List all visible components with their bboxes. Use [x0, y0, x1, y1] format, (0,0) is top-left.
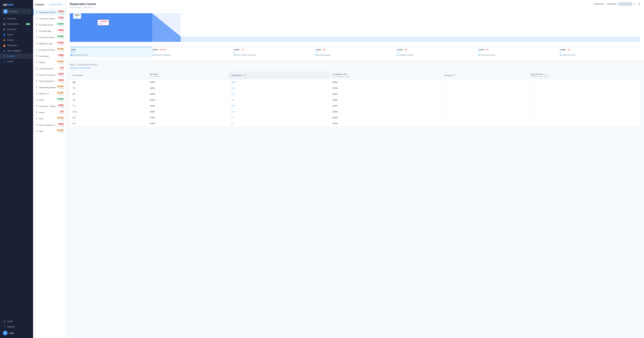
funnel-item-name: Registration funnel	[39, 11, 56, 14]
step-label-item[interactable]: 100% 224 ↗ Username entered	[70, 47, 151, 58]
funnel-item-steps: 5 steps	[58, 56, 64, 58]
funnel-item-pct: 21.04%	[57, 85, 64, 88]
step-count: 1 ↗	[478, 51, 558, 53]
home-icon: ⊙	[3, 17, 6, 20]
clone-icon: ⎘	[619, 3, 620, 5]
funnel-item-steps: 4 steps	[57, 44, 64, 46]
cell-completion-rate: 100%	[329, 115, 442, 121]
step1-tooltip: 100% 224	[73, 13, 81, 19]
sidebar-item-events[interactable]: ⚡ Events ▾	[0, 38, 33, 43]
funnel-list-item[interactable]: Conversion funnel 4.11% 7 steps	[33, 16, 66, 22]
funnel-list-item[interactable]: Havan 0% 3 steps	[33, 109, 66, 116]
sidebar-item-overview[interactable]: ⊙ Overview	[0, 16, 33, 21]
cell-completion: 6 ↗	[228, 121, 330, 126]
funnel-list-item[interactable]: Copy of Conversion f... 2.38% 7 steps	[33, 72, 66, 78]
step-name: Password entered	[397, 54, 476, 56]
sidebar-item-sessions[interactable]: ▶ Sessions ▾	[0, 27, 33, 32]
sidebar-item-heatmaps[interactable]: 🔥 Heatmaps	[0, 43, 33, 48]
svg-marker-9	[36, 68, 38, 70]
funnel-item-name: Purchase funnel	[39, 24, 53, 26]
group-by-selector[interactable]: OS version	[80, 67, 90, 69]
funnel-list-item[interactable]: will 5 22.22% 3 steps	[33, 116, 66, 122]
funnel-list-item[interactable]: User funne - Registra... 0.45% 7 steps	[33, 103, 66, 109]
cell-completion-rate: 100%	[329, 103, 442, 109]
funnel-list-item[interactable]: Checkout flow 4.69% 4 steps	[33, 28, 66, 34]
funnel-list-item[interactable]: Checkout conversion... 74.90% 4 steps	[33, 34, 66, 40]
edit-button[interactable]: ✎	[634, 2, 636, 5]
funnel-item-name: Conversion funnel	[39, 18, 55, 20]
step-label-item[interactable]: 0.45% ↓ 0% 1 ↗ Phone number registered	[233, 47, 314, 58]
funnel-item-pct: 4.11%	[58, 16, 64, 19]
step-delta: ↓ 99.55%	[159, 49, 166, 51]
col-header-dropoff[interactable]: Drop-off ▲▼	[442, 71, 528, 80]
step-name: Login successful	[560, 54, 639, 56]
create-funnel-button[interactable]: + Create Funnel	[46, 2, 64, 6]
step-delta: ↓ 0%	[566, 49, 570, 51]
sidebar-item-issues[interactable]: ⚠ Issues ▾	[0, 59, 33, 64]
cell-completion: 47 ↗	[228, 91, 330, 97]
chevron-down-icon: ▾	[29, 28, 30, 30]
step-label-item[interactable]: 0.45% ↓ 0% 1 ↗ Password entered	[396, 47, 478, 58]
funnel-item-name: User funne - Registra...	[39, 105, 58, 107]
funnel-item-pct: 13.37%	[57, 42, 64, 44]
funnel-item-pct: 32.34%	[57, 48, 64, 50]
step-label-item[interactable]: 0.45% ↓ 0% 1 ↗ Email registered	[314, 47, 396, 58]
cell-completion-rate: 100%	[329, 91, 442, 97]
clone-funnel-button[interactable]: ⎘ Clone funnel	[618, 2, 632, 5]
svg-marker-1	[36, 18, 38, 20]
guide-icon: ◎	[3, 320, 6, 323]
funnel-list-item[interactable]: Login Fail event 0% 4 steps	[33, 66, 66, 72]
step-delta: ↓ 0%	[404, 49, 407, 51]
sidebar-item-support[interactable]: ? Support	[0, 324, 33, 330]
issues-icon: ⚠	[3, 60, 6, 63]
sidebar-item-guide[interactable]: ◎ Guide ✓	[0, 319, 33, 324]
sidebar-item-funnels[interactable]: ▽ Funnels	[0, 54, 33, 59]
funnel-list-item[interactable]: Copy of Delivery Con... 3.03% 6 steps	[33, 122, 66, 128]
funnel-list-item[interactable]: Phone Number to OTP 0.53% 3 steps	[33, 78, 66, 84]
funnel-list-item[interactable]: Digital Pay only - Pro... 13.37% 4 steps	[33, 40, 66, 47]
cell-sessions: 100%	[147, 97, 228, 103]
step-label-item[interactable]: 0.45% ↓ 0% 1 ↗ Login successful	[559, 47, 640, 58]
cell-dropoff: -	[442, 103, 528, 109]
svg-marker-22	[181, 36, 640, 42]
table-row: 6.0.1 100% 17 ↗ 100% - -	[70, 109, 640, 115]
cell-os: 8.0	[70, 115, 147, 121]
funnel-item-icon	[36, 68, 38, 70]
funnel-list-item[interactable]: Conversion 1.99% 5 steps	[33, 53, 66, 59]
funnel-list-item[interactable]: will 6 24.34% 3 steps	[33, 128, 66, 134]
funnel-list-item[interactable]: Anna 74.43% 2 steps	[33, 97, 66, 103]
funnels-panel: Funnels + Create Funnel Registration fun…	[33, 0, 66, 338]
sidebar-label-funnels: Funnels	[7, 55, 30, 58]
step-label-item[interactable]: 0.45% ↓ 0% 1 ↗ Password success	[478, 47, 559, 58]
events-icon: ⚡	[3, 39, 6, 42]
funnel-list-item[interactable]: Purchase Process 32.34% 4 steps	[33, 47, 66, 53]
svg-marker-14	[36, 99, 38, 101]
funnel-list-item[interactable]: Funnel 29.29% 5 steps	[33, 59, 66, 66]
funnel-list-item[interactable]: Onboarding Tarjeta 21.04% 4 steps	[33, 84, 66, 90]
funnel-list-item[interactable]: Purchase funnel 72.66% 8 steps	[33, 22, 66, 28]
funnel-item-icon	[36, 49, 38, 51]
funnel-list-item[interactable]: Registration funnel 0.45% 7 steps	[33, 9, 66, 16]
workspace-selector[interactable]: UX Productio... ›	[2, 8, 32, 14]
sidebar-item-dashboards[interactable]: ▦ Dashboards New	[0, 21, 33, 27]
step-name: Email registered	[316, 54, 395, 56]
refresh-icon[interactable]: ↺	[92, 6, 93, 8]
users-icon: 👤	[3, 33, 6, 36]
funnel-item-steps: 7 steps	[58, 19, 64, 20]
funnel-list-item[interactable]: Will test 13 22.22% 3 steps	[33, 90, 66, 97]
step-label-item[interactable]: 0.45% ↓ 99.55% 1 ↗ Username registered	[151, 47, 233, 58]
user-profile[interactable]: J Jane	[0, 330, 33, 336]
svg-marker-19	[36, 130, 38, 132]
sidebar-item-users[interactable]: 👤 Users	[0, 32, 33, 38]
sidebar-item-app-navigation[interactable]: ◈ App navigation	[0, 48, 33, 54]
funnel-item-pct: 22.22%	[57, 116, 64, 119]
step-labels-row: 100% 224 ↗ Username entered 0.45% ↓ 99.5…	[70, 47, 640, 58]
table-row: 8.0 100% 9 ↗ 100% - -	[70, 115, 640, 121]
date-range: 28/05/2022 — 27/06/2022	[594, 3, 617, 5]
col-header-completion[interactable]: Completion ▲▼	[228, 71, 330, 80]
funnel-item-icon	[36, 24, 38, 26]
svg-marker-5	[36, 42, 38, 45]
group-by-label: Group by: OS version	[70, 67, 640, 69]
delete-button[interactable]: 🗑	[638, 2, 640, 5]
col-header-dropoff-rate[interactable]: Drop-off rate ▲▼ (% of previous step)	[528, 71, 640, 80]
